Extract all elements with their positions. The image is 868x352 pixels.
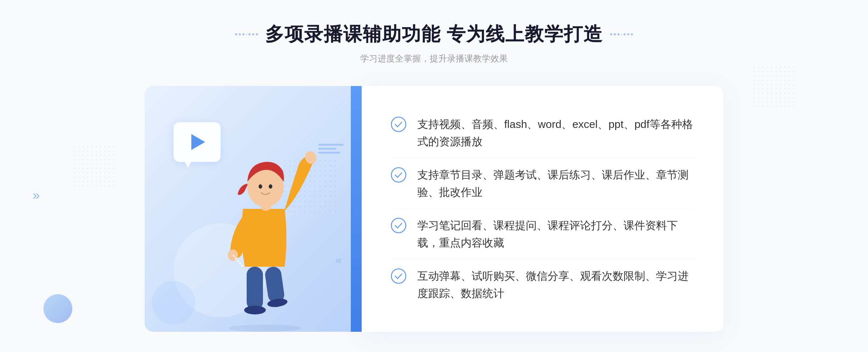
features-panel: 支持视频、音频、flash、word、excel、ppt、pdf等各种格式的资源… xyxy=(362,86,723,332)
feature-text-4: 互动弹幕、试听购买、微信分享、观看次数限制、学习进度跟踪、数据统计 xyxy=(417,267,694,302)
svg-point-10 xyxy=(269,184,272,189)
main-title: 多项录播课辅助功能 专为线上教学打造 xyxy=(265,22,603,47)
feature-item-4: 互动弹幕、试听购买、微信分享、观看次数限制、学习进度跟踪、数据统计 xyxy=(391,260,694,309)
check-icon-2 xyxy=(391,167,407,183)
feature-item-1: 支持视频、音频、flash、word、excel、ppt、pdf等各种格式的资源… xyxy=(391,108,694,158)
dot-pattern-left xyxy=(72,145,116,188)
check-icon-3 xyxy=(391,218,407,233)
blue-sidebar-strip xyxy=(351,86,362,332)
check-icon-4 xyxy=(391,268,407,284)
svg-point-12 xyxy=(391,117,406,132)
content-area: « xyxy=(145,86,723,332)
sub-title: 学习进度全掌握，提升录播课教学效果 xyxy=(235,53,633,64)
human-figure-illustration xyxy=(207,144,323,332)
svg-point-0 xyxy=(229,325,301,332)
svg-point-9 xyxy=(259,184,262,189)
svg-rect-2 xyxy=(264,266,285,304)
feature-text-1: 支持视频、音频、flash、word、excel、ppt、pdf等各种格式的资源… xyxy=(417,116,694,150)
feature-item-2: 支持章节目录、弹题考试、课后练习、课后作业、章节测验、批改作业 xyxy=(391,159,694,209)
blue-circle-decoration xyxy=(43,294,72,323)
play-icon xyxy=(191,134,205,150)
svg-rect-1 xyxy=(247,267,263,310)
chevron-pair-decoration: « xyxy=(335,253,342,267)
illustration-area: « xyxy=(145,86,362,332)
svg-point-14 xyxy=(391,218,406,233)
feature-text-3: 学习笔记回看、课程提问、课程评论打分、课件资料下载，重点内容收藏 xyxy=(417,217,694,252)
check-icon-1 xyxy=(391,116,407,132)
page-container: » 多项录播课辅助功能 专为线上教学打造 学习进度全掌握，提升录播课教学效果 xyxy=(0,0,868,352)
svg-point-13 xyxy=(391,168,406,182)
svg-point-15 xyxy=(391,269,406,283)
feature-text-2: 支持章节目录、弹题考试、课后练习、课后作业、章节测验、批改作业 xyxy=(417,166,694,201)
decorator-dots-right xyxy=(610,33,633,35)
dot-pattern-right xyxy=(752,65,796,108)
header-section: 多项录播课辅助功能 专为线上教学打造 学习进度全掌握，提升录播课教学效果 xyxy=(235,22,633,64)
feature-item-3: 学习笔记回看、课程提问、课程评论打分、课件资料下载，重点内容收藏 xyxy=(391,210,694,259)
decorator-dots-left xyxy=(235,33,258,35)
chevron-left-decoration: » xyxy=(33,188,40,203)
header-decorators: 多项录播课辅助功能 专为线上教学打造 xyxy=(235,22,633,47)
small-circle-decoration xyxy=(152,281,195,325)
svg-point-3 xyxy=(244,306,266,314)
